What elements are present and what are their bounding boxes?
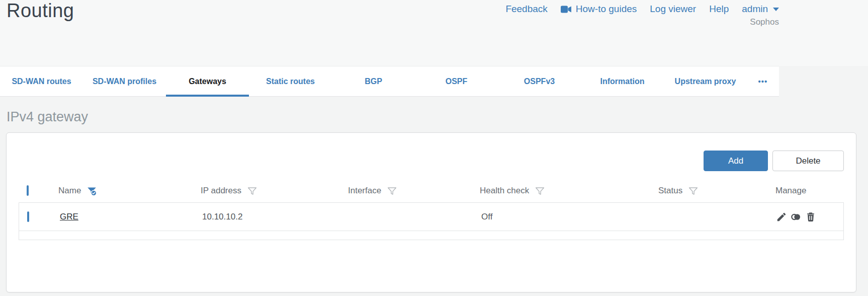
- tab-bar: SD-WAN routes SD-WAN profiles Gateways S…: [0, 66, 779, 97]
- column-header-ip-address: IP address: [201, 186, 348, 196]
- delete-icon[interactable]: [805, 211, 816, 223]
- funnel-check-icon[interactable]: [86, 186, 97, 196]
- toolbar: Add Delete: [19, 151, 844, 171]
- feedback-link[interactable]: Feedback: [505, 4, 547, 15]
- select-all-checkbox[interactable]: [27, 185, 29, 196]
- tab-ospfv3[interactable]: OSPFv3: [498, 66, 581, 96]
- page-title: Routing: [7, 0, 74, 22]
- tab-bgp[interactable]: BGP: [332, 66, 415, 96]
- funnel-icon[interactable]: [387, 186, 397, 196]
- main-content: IPv4 gateway Add Delete Name IP address …: [0, 109, 868, 292]
- brand-label: Sophos: [505, 17, 779, 27]
- table-row: GRE 10.10.10.2 Off: [19, 203, 843, 231]
- add-button[interactable]: Add: [704, 151, 768, 171]
- clone-icon[interactable]: [791, 211, 802, 223]
- caret-down-icon: [773, 8, 779, 11]
- funnel-icon[interactable]: [688, 186, 699, 196]
- health-check-cell: Off: [480, 212, 659, 222]
- funnel-icon[interactable]: [247, 186, 257, 196]
- funnel-icon[interactable]: [535, 186, 545, 196]
- column-header-health-check: Health check: [480, 186, 658, 196]
- tab-sd-wan-profiles[interactable]: SD-WAN profiles: [83, 66, 166, 96]
- table-header: Name IP address Interface Health check: [19, 179, 844, 202]
- tab-static-routes[interactable]: Static routes: [249, 66, 332, 96]
- page-header: Routing Feedback How-to guides Log viewe…: [0, 0, 868, 66]
- top-nav: Feedback How-to guides Log viewer Help a…: [505, 4, 779, 27]
- tab-ospf[interactable]: OSPF: [415, 66, 498, 96]
- video-camera-icon: [561, 6, 572, 13]
- table-body: GRE 10.10.10.2 Off: [19, 202, 844, 240]
- delete-button[interactable]: Delete: [772, 151, 844, 171]
- user-menu[interactable]: admin: [742, 4, 779, 15]
- gateway-name-link[interactable]: GRE: [60, 212, 78, 221]
- howto-guides-link[interactable]: How-to guides: [561, 4, 637, 15]
- tab-sd-wan-routes[interactable]: SD-WAN routes: [0, 66, 83, 96]
- tab-information[interactable]: Information: [581, 66, 664, 96]
- tab-gateways[interactable]: Gateways: [166, 66, 249, 96]
- row-checkbox[interactable]: [27, 211, 29, 222]
- help-link[interactable]: Help: [709, 4, 729, 15]
- column-header-interface: Interface: [348, 186, 480, 196]
- log-viewer-link[interactable]: Log viewer: [650, 4, 696, 15]
- column-header-name: Name: [58, 186, 201, 196]
- ip-address-cell: 10.10.10.2: [201, 212, 349, 222]
- top-nav-links: Feedback How-to guides Log viewer Help a…: [505, 4, 779, 15]
- tabs-more-button[interactable]: •••: [747, 66, 779, 96]
- section-heading: IPv4 gateway: [7, 109, 868, 125]
- gateway-card: Add Delete Name IP address Interface: [6, 132, 856, 292]
- manage-cell: [776, 211, 843, 223]
- column-header-status: Status: [658, 186, 775, 196]
- column-header-manage: Manage: [775, 186, 844, 196]
- edit-icon[interactable]: [776, 211, 787, 223]
- tab-upstream-proxy[interactable]: Upstream proxy: [664, 66, 747, 96]
